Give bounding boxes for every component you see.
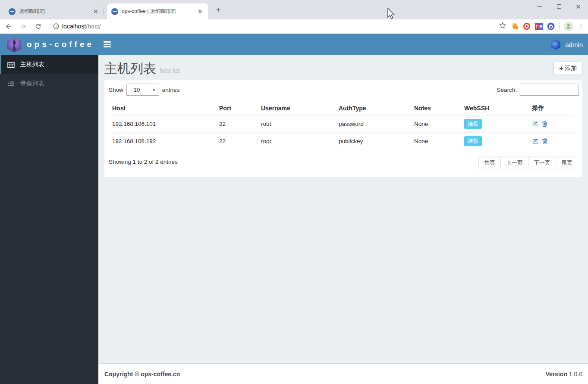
row-actions <box>532 138 574 144</box>
host-table: Host Port Username AuthType Notes WebSSH… <box>112 101 574 150</box>
cell-host: 192.168.106.192 <box>112 132 219 150</box>
tab-inactive[interactable]: 运维咖啡吧 ✕ <box>4 3 104 19</box>
sidebar-toggle-icon[interactable] <box>104 41 111 49</box>
reload-icon[interactable] <box>32 20 44 32</box>
app-header: ops-coffee admin <box>0 34 588 55</box>
edit-icon[interactable] <box>532 121 538 127</box>
window-minimize-button[interactable] <box>530 0 549 13</box>
search-input[interactable] <box>520 84 579 96</box>
search-control: Search: <box>497 84 579 96</box>
brand-name[interactable]: ops-coffee <box>27 40 94 49</box>
user-name: admin <box>565 41 583 48</box>
column-header-actions[interactable]: 操作 <box>532 101 574 115</box>
cell-port: 22 <box>219 115 261 132</box>
url-text: localhost/host/ <box>62 23 101 30</box>
page-length-control: Show 10 ▼ entries <box>109 84 179 96</box>
list-icon <box>7 80 15 87</box>
edit-icon[interactable] <box>532 138 538 144</box>
tab-separator <box>104 7 104 16</box>
delete-icon[interactable] <box>541 121 548 127</box>
page-size-select[interactable]: 10 ▼ <box>126 84 159 96</box>
webssh-connect-button[interactable]: 连接 <box>464 136 482 146</box>
back-icon[interactable] <box>3 20 15 32</box>
toolbar-right: ! F E <box>494 22 585 31</box>
column-header-username[interactable]: Username <box>261 101 339 115</box>
sidebar-item-label: 主机列表 <box>20 61 44 69</box>
cell-notes: None <box>414 132 464 150</box>
extension-weibo-icon[interactable] <box>523 22 531 30</box>
webssh-connect-button[interactable]: 连接 <box>464 119 482 129</box>
footer: Copyright © ops-coffee.cn Version 1.0.0 <box>98 363 588 384</box>
new-tab-button[interactable]: + <box>213 5 223 16</box>
show-label: Show <box>109 87 123 93</box>
table-row: 192.168.106.101 22 root password None 连接 <box>112 115 574 132</box>
table-info: Showing 1 to 2 of 2 entries <box>109 159 178 165</box>
sidebar-item-label: 录像列表 <box>20 80 44 87</box>
cell-authtype: publickey <box>339 132 414 150</box>
page-title: 主机列表host list <box>104 60 180 78</box>
chevron-down-icon: ▼ <box>152 88 156 92</box>
pagination-prev-button[interactable]: 上一页 <box>500 156 528 169</box>
tab-close-icon[interactable]: ✕ <box>195 7 204 16</box>
table-header-row: Host Port Username AuthType Notes WebSSH… <box>112 101 574 115</box>
window-controls: ✕ <box>530 0 588 13</box>
entries-label: entries <box>162 87 180 93</box>
forward-icon[interactable] <box>17 20 29 32</box>
tab-title: ops-coffee | 运维咖啡吧 <box>122 8 195 15</box>
column-header-port[interactable]: Port <box>219 101 261 115</box>
bookmark-star-icon[interactable] <box>499 22 506 31</box>
sidebar-item-host-list[interactable]: 主机列表 <box>0 55 98 74</box>
window-close-button[interactable]: ✕ <box>569 0 588 13</box>
host-table-card: Show 10 ▼ entries Search: Host Port User… <box>104 80 582 177</box>
cell-host: 192.168.106.101 <box>112 115 219 132</box>
tab-close-icon[interactable]: ✕ <box>91 7 100 16</box>
page-info-icon[interactable] <box>50 20 62 32</box>
column-header-notes[interactable]: Notes <box>414 101 464 115</box>
browser-window: 运维咖啡吧 ✕ ops-coffee | 运维咖啡吧 ✕ + ✕ <box>0 0 588 384</box>
svg-text:E: E <box>539 25 542 29</box>
pagination-first-button[interactable]: 首页 <box>478 156 501 169</box>
sidebar-item-recording-list[interactable]: 录像列表 <box>0 74 98 93</box>
column-header-host[interactable]: Host <box>112 101 219 115</box>
table-row: 192.168.106.192 22 root publickey None 连… <box>112 132 574 150</box>
cell-notes: None <box>414 115 464 132</box>
user-avatar <box>550 40 561 50</box>
app-logo-icon[interactable] <box>6 37 22 53</box>
browser-toolbar: localhost/host/ ! <box>0 19 588 34</box>
tab-favicon-icon <box>9 8 16 15</box>
extension-warning-icon[interactable]: ! <box>511 22 519 30</box>
add-host-button[interactable]: + 添加 <box>553 62 582 75</box>
cell-username: root <box>261 132 339 150</box>
search-label: Search: <box>497 87 517 93</box>
svg-text:!: ! <box>515 26 516 29</box>
extension-cat-icon[interactable] <box>547 22 555 30</box>
column-header-webssh[interactable]: WebSSH <box>464 101 532 115</box>
extension-fe-icon[interactable]: F E <box>535 22 543 30</box>
header-user[interactable]: admin <box>550 34 583 55</box>
pagination-next-button[interactable]: 下一页 <box>528 156 556 169</box>
tab-favicon-icon <box>111 8 118 15</box>
browser-menu-icon[interactable]: ⋮ <box>578 25 585 28</box>
column-header-authtype[interactable]: AuthType <box>339 101 414 115</box>
tab-strip: 运维咖啡吧 ✕ ops-coffee | 运维咖啡吧 ✕ + ✕ <box>0 0 588 19</box>
address-bar[interactable]: localhost/host/ <box>47 20 494 32</box>
window-maximize-button[interactable] <box>549 0 569 13</box>
profile-avatar[interactable] <box>564 22 573 31</box>
plus-icon: + <box>559 65 563 72</box>
pagination-last-button[interactable]: 尾页 <box>556 156 578 169</box>
row-actions <box>532 121 574 127</box>
delete-icon[interactable] <box>541 138 548 144</box>
url-path: /host/ <box>86 23 101 30</box>
cell-authtype: password <box>339 115 414 132</box>
pagination: 首页 上一页 下一页 尾页 <box>478 156 578 169</box>
svg-text:F: F <box>536 25 538 29</box>
url-host: localhost <box>62 23 86 30</box>
sidebar: 主机列表 录像列表 <box>0 55 98 384</box>
copyright-text: Copyright © ops-coffee.cn <box>104 371 180 378</box>
tab-active[interactable]: ops-coffee | 运维咖啡吧 ✕ <box>107 3 208 19</box>
cell-port: 22 <box>219 132 261 150</box>
page-subtitle: host list <box>160 67 180 74</box>
table-grid-icon <box>7 61 15 69</box>
cell-username: root <box>261 115 339 132</box>
version-text: Version 1.0.0 <box>545 371 582 378</box>
